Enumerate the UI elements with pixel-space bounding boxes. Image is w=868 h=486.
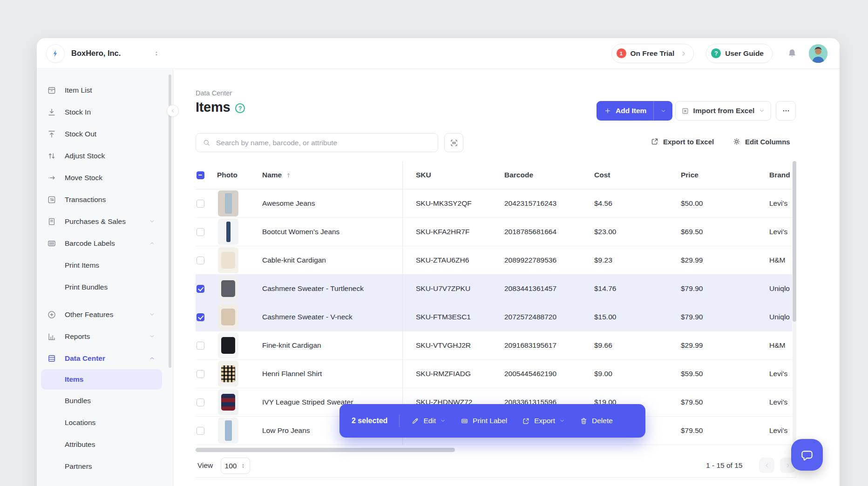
row-checkbox[interactable]	[197, 370, 204, 378]
edit-columns-button[interactable]: Edit Columns	[732, 137, 790, 146]
sidebar-item-partners[interactable]: Partners	[37, 455, 173, 477]
sort-ascending-icon	[285, 172, 292, 179]
cell-barcode: 2072572488720	[504, 313, 594, 321]
row-checkbox[interactable]	[197, 342, 204, 350]
search-input[interactable]	[215, 138, 432, 148]
main-content: Data Center Items ? Add Item Import from…	[173, 69, 840, 486]
sidebar-item-other-features[interactable]: Other Features	[37, 304, 173, 325]
sidebar-item-transactions[interactable]: Transactions	[37, 189, 173, 210]
table-row[interactable]: Cashmere Sweater - Turtleneck SKU-U7V7ZP…	[196, 275, 792, 303]
chevron-left-icon	[764, 462, 770, 469]
sidebar-item-print-bundles[interactable]: Print Bundles	[37, 276, 173, 298]
cell-cost: $4.56	[594, 199, 681, 208]
sidebar-item-print-items[interactable]: Print Items	[37, 254, 173, 276]
column-header-barcode[interactable]: Barcode	[504, 171, 594, 179]
export-icon	[522, 417, 530, 425]
chevron-down-icon	[759, 108, 765, 114]
page-size-select[interactable]: 100	[221, 458, 250, 474]
search-bar	[196, 133, 438, 152]
cell-barcode: 2042315716243	[504, 199, 594, 208]
row-checkbox[interactable]	[197, 313, 204, 321]
select-all-checkbox[interactable]	[197, 171, 204, 179]
horizontal-scrollbar-thumb[interactable]	[196, 448, 455, 452]
export-to-excel-button[interactable]: Export to Excel	[651, 137, 714, 146]
sidebar-item-bundles[interactable]: Bundles	[37, 390, 173, 412]
row-checkbox[interactable]	[197, 256, 204, 264]
pagination-range: 1 - 15 of 15	[706, 461, 742, 470]
sidebar-item-stock-out[interactable]: Stock Out	[37, 123, 173, 145]
row-checkbox[interactable]	[197, 285, 204, 293]
ellipsis-icon	[782, 107, 790, 115]
item-photo	[218, 389, 238, 415]
sidebar-item-items[interactable]: Items	[41, 369, 162, 390]
previous-page-button[interactable]	[759, 458, 774, 473]
barcode-scan-button[interactable]	[444, 133, 463, 152]
table-header: Photo Name SKU Barcode Cost Price Brand	[196, 161, 792, 189]
sidebar-item-purchases-sales[interactable]: Purchases & Sales	[37, 210, 173, 232]
column-header-name[interactable]: Name	[262, 171, 416, 179]
user-guide-button[interactable]: ? User Guide	[706, 44, 773, 63]
cell-barcode: 2091683195617	[504, 341, 594, 350]
sidebar-item-stock-in[interactable]: Stock In	[37, 101, 173, 123]
vertical-scrollbar-thumb[interactable]	[793, 161, 796, 322]
add-item-button[interactable]: Add Item	[597, 101, 672, 121]
help-icon[interactable]: ?	[235, 103, 245, 113]
table-row[interactable]: Bootcut Women's Jeans SKU-KFA2HR7F 20187…	[196, 218, 792, 246]
import-from-excel-button[interactable]: Import from Excel	[675, 101, 771, 121]
item-photo	[218, 190, 238, 216]
column-header-brand[interactable]: Brand	[769, 171, 792, 179]
cell-brand: Levi's	[769, 398, 792, 406]
export-button[interactable]: Export	[522, 417, 565, 425]
chevron-down-icon	[149, 218, 155, 224]
sidebar-item-label: Adjust Stock	[65, 152, 105, 160]
row-checkbox[interactable]	[197, 398, 204, 406]
table-row[interactable]: Cashmere Sweater - V-neck SKU-FTM3ESC1 2…	[196, 303, 792, 331]
cell-brand: Levi's	[769, 199, 792, 208]
sidebar-item-locations[interactable]: Locations	[37, 412, 173, 433]
selected-count: 2 selected	[352, 417, 387, 425]
edit-button[interactable]: Edit	[411, 417, 446, 425]
chevron-right-icon	[785, 462, 791, 469]
free-trial-button[interactable]: 1 On Free Trial	[611, 44, 694, 63]
trial-badge: 1	[617, 48, 626, 58]
delete-button[interactable]: Delete	[580, 417, 613, 425]
column-header-sku[interactable]: SKU	[416, 171, 504, 179]
excel-icon	[681, 107, 689, 115]
row-checkbox[interactable]	[197, 228, 204, 236]
table-row[interactable]: Awesome Jeans SKU-MK3SY2QF 2042315716243…	[196, 189, 792, 218]
purchases-icon	[47, 217, 56, 226]
sidebar-item-adjust-stock[interactable]: Adjust Stock	[37, 145, 173, 167]
sidebar-item-move-stock[interactable]: Move Stock	[37, 167, 173, 189]
notifications-bell-icon[interactable]	[787, 48, 798, 59]
sidebar-item-item-list[interactable]: Item List	[37, 79, 173, 101]
cell-brand: Uniqlo	[769, 313, 792, 321]
plus-circle-icon	[47, 310, 56, 319]
item-photo	[218, 276, 238, 302]
user-avatar[interactable]	[809, 44, 827, 63]
table-row[interactable]: Cable-knit Cardigan SKU-ZTAU6ZH6 2089922…	[196, 246, 792, 275]
sidebar-item-reports[interactable]: Reports	[37, 325, 173, 347]
chat-launcher-button[interactable]	[791, 439, 823, 471]
cell-name: Cashmere Sweater - V-neck	[262, 313, 416, 321]
cell-price: $79.90	[681, 313, 769, 321]
print-label-button[interactable]: Print Label	[461, 417, 507, 425]
table-row[interactable]: Fine-knit Cardigan SKU-VTVGHJ2R 20916831…	[196, 331, 792, 360]
company-name: BoxHero, Inc.	[71, 49, 121, 58]
row-checkbox[interactable]	[197, 200, 204, 208]
database-icon	[47, 354, 56, 363]
chevron-left-icon	[170, 108, 176, 114]
export-icon	[651, 137, 659, 146]
row-checkbox[interactable]	[197, 427, 204, 435]
sidebar-item-data-center[interactable]: Data Center	[37, 347, 173, 369]
table-row[interactable]: Henri Flannel Shirt SKU-RMZFIADG 2005445…	[196, 360, 792, 388]
column-header-price[interactable]: Price	[681, 171, 769, 179]
sidebar-collapse-button[interactable]	[167, 105, 179, 117]
sidebar-item-attributes[interactable]: Attributes	[37, 433, 173, 455]
company-switcher-icon[interactable]	[153, 50, 160, 57]
cell-sku: SKU-ZTAU6ZH6	[416, 256, 504, 264]
sidebar-scrollbar[interactable]	[169, 74, 171, 368]
add-item-dropdown[interactable]	[654, 101, 672, 121]
more-options-button[interactable]	[776, 101, 796, 121]
column-header-cost[interactable]: Cost	[594, 171, 681, 179]
sidebar-item-barcode-labels[interactable]: Barcode Labels	[37, 232, 173, 254]
